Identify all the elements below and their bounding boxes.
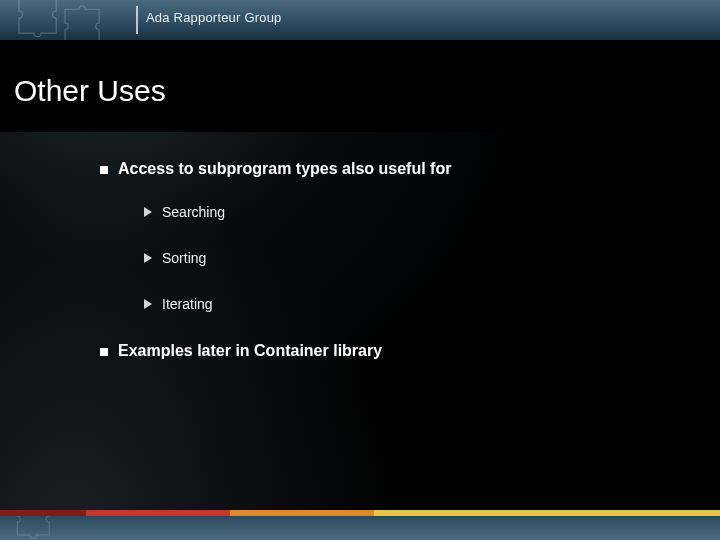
slide: Ada Rapporteur Group Other Uses Access t… xyxy=(0,0,720,540)
footer-strip xyxy=(0,516,720,540)
bullet-level1: Access to subprogram types also useful f… xyxy=(100,160,680,178)
title-area: Other Uses xyxy=(0,40,720,132)
bullet-text: Iterating xyxy=(162,296,213,312)
triangle-bullet-icon xyxy=(144,207,152,217)
slide-body: Access to subprogram types also useful f… xyxy=(100,160,680,386)
header-group-label: Ada Rapporteur Group xyxy=(146,10,282,25)
bullet-text: Examples later in Container library xyxy=(118,342,382,360)
bullet-text: Access to subprogram types also useful f… xyxy=(118,160,451,178)
bullet-level2: Iterating xyxy=(144,296,680,312)
bullet-level2: Sorting xyxy=(144,250,680,266)
sub-bullet-list: Searching Sorting Iterating xyxy=(144,204,680,312)
slide-title: Other Uses xyxy=(14,74,702,108)
square-bullet-icon xyxy=(100,166,108,174)
bullet-level1: Examples later in Container library xyxy=(100,342,680,360)
header-divider xyxy=(136,6,138,34)
header-strip: Ada Rapporteur Group xyxy=(0,0,720,40)
bullet-level2: Searching xyxy=(144,204,680,220)
puzzle-decoration-top xyxy=(10,0,130,40)
bullet-text: Searching xyxy=(162,204,225,220)
square-bullet-icon xyxy=(100,348,108,356)
puzzle-decoration-bottom xyxy=(6,516,116,540)
triangle-bullet-icon xyxy=(144,253,152,263)
footer xyxy=(0,510,720,540)
triangle-bullet-icon xyxy=(144,299,152,309)
bullet-text: Sorting xyxy=(162,250,206,266)
